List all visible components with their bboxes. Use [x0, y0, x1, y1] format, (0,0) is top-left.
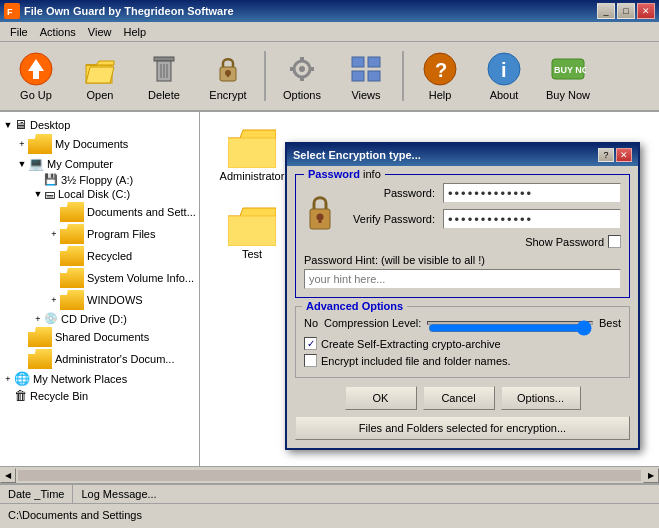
menu-help[interactable]: Help [117, 24, 152, 40]
password-label: Password: [346, 187, 435, 199]
tree-local-disk-c[interactable]: ▼ 🖴 Local Disk (C:) [0, 187, 199, 201]
encryption-dialog: Select Encryption type... ? ✕ Password i… [285, 142, 640, 450]
hint-input[interactable] [304, 269, 621, 289]
about-label: About [490, 89, 519, 101]
views-button[interactable]: Views [336, 46, 396, 106]
tree-shared-documents[interactable]: Shared Documents [0, 326, 199, 348]
password-input[interactable] [443, 183, 621, 203]
status-date-time: Date _Time [0, 485, 73, 503]
file-tree: ▼ 🖥 Desktop + My Documents ▼ 💻 My Comput… [0, 112, 200, 466]
tree-floppy[interactable]: 💾 3½ Floppy (A:) [0, 172, 199, 187]
close-button[interactable]: ✕ [637, 3, 655, 19]
separator-1 [264, 51, 266, 101]
views-icon [348, 51, 384, 87]
dialog-options-button[interactable]: Options... [501, 386, 581, 410]
tree-windows[interactable]: + WINDOWS [0, 289, 199, 311]
status-bar: Date _Time Log Message... [0, 483, 659, 503]
self-extracting-checkbox[interactable] [304, 337, 317, 350]
svg-rect-17 [300, 57, 304, 61]
dialog-help-button[interactable]: ? [598, 148, 614, 162]
dialog-close-button[interactable]: ✕ [616, 148, 632, 162]
encrypt-label: Encrypt [209, 89, 246, 101]
separator-2 [402, 51, 404, 101]
folder-test[interactable]: Test [212, 202, 292, 264]
checkbox2-row: Encrypt included file and folder names. [304, 354, 621, 367]
folder-test-icon [228, 206, 276, 246]
maximize-button[interactable]: □ [617, 3, 635, 19]
checkbox1-row: Create Self-Extracting crypto-archive [304, 337, 621, 350]
svg-rect-21 [352, 57, 364, 67]
ok-button[interactable]: OK [345, 386, 417, 410]
buy-now-button[interactable]: BUY NOW Buy Now [538, 46, 598, 106]
scroll-left-button[interactable]: ◀ [0, 468, 16, 483]
show-password-row: Show Password [346, 235, 621, 248]
about-button[interactable]: i About [474, 46, 534, 106]
svg-rect-18 [300, 77, 304, 81]
folder-icon [60, 290, 84, 310]
password-section: Password info Password: [295, 174, 630, 298]
go-up-button[interactable]: Go Up [6, 46, 66, 106]
folder-icon [60, 202, 84, 222]
svg-text:F: F [7, 7, 13, 17]
folder-administrator-icon [228, 128, 276, 168]
options-label: Options [283, 89, 321, 101]
path-bar: C:\Documents and Settings [0, 503, 659, 525]
current-path: C:\Documents and Settings [8, 509, 142, 521]
views-label: Views [351, 89, 380, 101]
svg-rect-4 [33, 71, 39, 79]
folder-administrator-label: Administrator [220, 170, 285, 182]
tree-system-volume[interactable]: System Volume Info... [0, 267, 199, 289]
tree-my-computer[interactable]: ▼ 💻 My Computer [0, 155, 199, 172]
compression-level-label: Compression Level: [324, 317, 421, 329]
compression-best-label: Best [599, 317, 621, 329]
folder-administrator[interactable]: Administrator [212, 124, 292, 186]
help-button[interactable]: ? Help [410, 46, 470, 106]
disk-icon: 🖴 [44, 188, 55, 200]
folder-icon [60, 268, 84, 288]
svg-text:?: ? [435, 59, 447, 81]
show-password-label: Show Password [525, 236, 604, 248]
delete-button[interactable]: Delete [134, 46, 194, 106]
menu-file[interactable]: File [4, 24, 34, 40]
self-extracting-label: Create Self-Extracting crypto-archive [321, 338, 501, 350]
tree-program-files[interactable]: + Program Files [0, 223, 199, 245]
password-section-title: Password info [304, 168, 385, 180]
tree-recycle-bin[interactable]: 🗑 Recycle Bin [0, 387, 199, 404]
open-button[interactable]: Open [70, 46, 130, 106]
window-controls: _ □ ✕ [597, 3, 655, 19]
svg-rect-23 [352, 71, 364, 81]
menu-actions[interactable]: Actions [34, 24, 82, 40]
computer-icon: 💻 [28, 156, 44, 171]
menu-view[interactable]: View [82, 24, 118, 40]
show-password-checkbox[interactable] [608, 235, 621, 248]
tree-network[interactable]: + 🌐 My Network Places [0, 370, 199, 387]
svg-rect-22 [368, 57, 380, 67]
cd-icon: 💿 [44, 312, 58, 325]
tree-my-documents[interactable]: + My Documents [0, 133, 199, 155]
cancel-button[interactable]: Cancel [423, 386, 495, 410]
options-button[interactable]: Options [272, 46, 332, 106]
tree-cd-drive[interactable]: + 💿 CD Drive (D:) [0, 311, 199, 326]
svg-rect-20 [310, 67, 314, 71]
go-up-icon [18, 51, 54, 87]
compression-slider[interactable] [428, 322, 592, 334]
main-area: ▼ 🖥 Desktop + My Documents ▼ 💻 My Comput… [0, 112, 659, 466]
delete-icon [146, 51, 182, 87]
compression-no-label: No [304, 317, 318, 329]
files-folders-button[interactable]: Files and Folders selected for encryptio… [295, 416, 630, 440]
svg-rect-14 [227, 73, 229, 77]
tree-desktop[interactable]: ▼ 🖥 Desktop [0, 116, 199, 133]
verify-password-input[interactable] [443, 209, 621, 229]
tree-recycled[interactable]: Recycled [0, 245, 199, 267]
tree-documents-settings[interactable]: Documents and Sett... [0, 201, 199, 223]
encrypt-names-checkbox[interactable] [304, 354, 317, 367]
scroll-right-button[interactable]: ▶ [643, 468, 659, 483]
encrypt-button[interactable]: Encrypt [198, 46, 258, 106]
horizontal-scrollbar: ◀ ▶ [0, 466, 659, 483]
folder-icon [28, 349, 52, 369]
tree-admin-docs[interactable]: Administrator's Docum... [0, 348, 199, 370]
svg-rect-37 [319, 217, 322, 223]
minimize-button[interactable]: _ [597, 3, 615, 19]
app-icon: F [4, 3, 20, 19]
compression-row: No Compression Level: Best [304, 317, 621, 329]
